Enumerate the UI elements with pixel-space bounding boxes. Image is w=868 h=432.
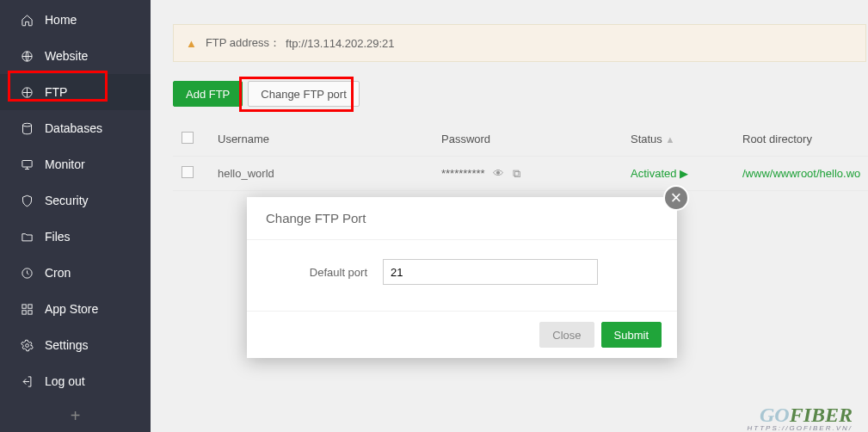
watermark-logo: GOFIBER <box>760 404 853 427</box>
modal-title: Change FTP Port <box>247 197 677 239</box>
watermark-url: HTTPS://GOFIBER.VN/ <box>748 424 853 432</box>
change-ftp-port-modal: × Change FTP Port Default port Close Sub… <box>247 197 677 358</box>
default-port-label: Default port <box>273 266 367 279</box>
submit-button[interactable]: Submit <box>601 322 662 348</box>
close-icon[interactable]: × <box>663 185 689 211</box>
close-button[interactable]: Close <box>539 322 594 348</box>
default-port-input[interactable] <box>383 259 598 285</box>
